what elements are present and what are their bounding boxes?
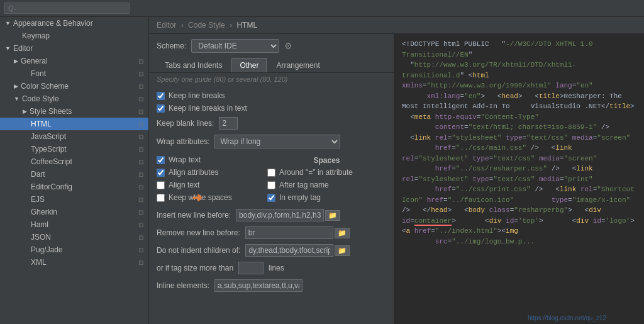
- right-checkbox-0: Around "=" in attribute: [267, 166, 386, 179]
- scheme-select[interactable]: Default IDE: [191, 39, 279, 53]
- sidebar-item-label: Dart: [31, 170, 45, 179]
- tag-size-row: or if tag size more than lines: [157, 259, 386, 277]
- sidebar-item-haml[interactable]: Haml⊡: [0, 218, 148, 231]
- tab-arrangement[interactable]: Arrangement: [268, 58, 328, 72]
- sidebar-item-icon: ⊡: [138, 108, 143, 115]
- sidebar-item-icon: ⊡: [138, 159, 143, 165]
- insert-newline-row: Insert new line before: 📁: [157, 206, 386, 224]
- sidebar-item-keymap[interactable]: Keymap: [0, 30, 148, 42]
- no-indent-input[interactable]: [245, 244, 333, 257]
- sidebar-item-javascript[interactable]: JavaScript⊡: [0, 130, 148, 143]
- triangle-icon: [23, 108, 27, 115]
- remove-newline-label: Remove new line before:: [157, 228, 240, 237]
- sidebar-item-label: Style Sheets: [30, 107, 72, 116]
- no-indent-browse[interactable]: 📁: [335, 245, 350, 256]
- sidebar-item-label: General: [21, 57, 48, 65]
- insert-newline-browse[interactable]: 📁: [325, 210, 340, 221]
- sidebar-item-icon: ⊡: [138, 234, 143, 241]
- sidebar-item-dart[interactable]: Dart⊡: [0, 168, 148, 181]
- tab-tabs-and-indents[interactable]: Tabs and Indents: [157, 58, 230, 72]
- blank-lines-row: Keep blank lines:: [157, 115, 386, 132]
- sidebar-item-html[interactable]: HTML⊡: [0, 118, 148, 130]
- right-checkbox-input-1[interactable]: [267, 181, 275, 189]
- insert-newline-input[interactable]: [236, 209, 324, 221]
- sidebar-item-general[interactable]: General⊡: [0, 55, 148, 67]
- remove-newline-input-group: 📁: [245, 226, 350, 239]
- sidebar-item-icon: ⊡: [138, 83, 143, 90]
- guide-hint: Specify one guide (80) or several (80, 1…: [149, 73, 394, 86]
- checkbox-label-1: Keep line breaks in text: [169, 104, 247, 113]
- tab-other[interactable]: Other: [231, 58, 267, 72]
- sidebar-item-editor[interactable]: Editor: [0, 42, 148, 55]
- sidebar-item-label: JavaScript: [31, 132, 66, 141]
- tag-size-input[interactable]: [238, 262, 264, 274]
- sidebar-item-xml[interactable]: XML⊡: [0, 256, 148, 269]
- tag-size-label: or if tag size more than: [157, 264, 233, 272]
- no-indent-input-group: 📁: [245, 244, 350, 257]
- sidebar-item-appearance[interactable]: Appearance & Behavior: [0, 17, 148, 30]
- right-checkbox-input-2[interactable]: [267, 194, 275, 202]
- sidebar-item-label: Appearance & Behavior: [13, 19, 93, 28]
- triangle-icon: [14, 83, 18, 89]
- search-input[interactable]: [4, 3, 130, 14]
- scheme-label: Scheme:: [157, 42, 186, 50]
- right-checkbox-label-2: In empty tag: [279, 193, 321, 202]
- sidebar-item-ejs[interactable]: EJS⊡: [0, 193, 148, 206]
- triangle-icon: [5, 45, 11, 52]
- remove-newline-browse[interactable]: 📁: [335, 228, 350, 238]
- sidebar-item-icon: ⊡: [138, 196, 143, 203]
- settings-panel: Scheme: Default IDE ⚙ Tabs and IndentsOt…: [149, 34, 394, 324]
- sidebar-item-stylesheets[interactable]: Style Sheets⊡: [0, 105, 148, 118]
- sidebar-item-font[interactable]: Font⊡: [0, 67, 148, 80]
- arrow-annotation: ➜: [192, 190, 203, 205]
- right-checkbox-label-1: After tag name: [279, 181, 329, 189]
- right-checkbox-2: ➜ In empty tag: [267, 191, 386, 204]
- wrap-attributes-row: Wrap attributes: Wrap if long Do not wra…: [157, 132, 386, 151]
- left-checkbox-input-0[interactable]: [157, 156, 165, 164]
- right-checkboxes: Spaces Around "=" in attribute After tag…: [267, 154, 386, 204]
- blank-lines-label: Keep blank lines:: [157, 119, 214, 128]
- inline-elements-input[interactable]: [214, 279, 303, 292]
- sidebar-item-icon: ⊡: [138, 209, 143, 216]
- watermark: https://blog.csdn.net/qu_z12: [528, 315, 606, 321]
- sidebar-item-icon: ⊡: [138, 121, 143, 128]
- inline-elements-row: Inline elements:: [157, 277, 386, 294]
- triangle-icon: [14, 58, 18, 64]
- sidebar-item-label: EditorConfig: [31, 182, 72, 191]
- sidebar-item-icon: ⊡: [138, 96, 143, 103]
- right-checkbox-input-0[interactable]: [267, 169, 275, 177]
- wrap-attributes-select[interactable]: Wrap if long Do not wrap Wrap always: [214, 135, 340, 148]
- sidebar-item-colorscheme[interactable]: Color Scheme⊡: [0, 80, 148, 92]
- breadcrumb-part-editor: Editor: [157, 21, 176, 30]
- sidebar-item-label: Haml: [31, 220, 48, 229]
- left-checkbox-input-3[interactable]: [157, 194, 165, 202]
- sidebar-item-codestyle[interactable]: Code Style⊡: [0, 92, 148, 105]
- blank-lines-input[interactable]: [219, 117, 238, 130]
- gear-button[interactable]: ⚙: [284, 41, 292, 51]
- left-checkbox-label-0: Wrap text: [169, 155, 201, 164]
- checkbox-input-0[interactable]: [157, 92, 165, 100]
- sidebar-item-json[interactable]: JSON⊡: [0, 231, 148, 243]
- two-col-checkboxes: Wrap text Align attributes Align text Ke…: [157, 151, 386, 206]
- scheme-row: Scheme: Default IDE ⚙: [149, 34, 394, 58]
- sidebar-item-pugjade[interactable]: Pug/Jade⊡: [0, 243, 148, 256]
- remove-newline-input[interactable]: [245, 226, 333, 239]
- checkbox-input-1[interactable]: [157, 104, 165, 113]
- sidebar-item-editorconfig[interactable]: EditorConfig⊡: [0, 181, 148, 193]
- sidebar-item-icon: ⊡: [138, 171, 143, 178]
- sidebar: Appearance & BehaviorKeymapEditorGeneral…: [0, 17, 149, 324]
- left-checkbox-0: Wrap text: [157, 154, 257, 166]
- preview-panel: <!DOCTYPE html PUBLIC "-//W3C//DTD XHTML…: [394, 34, 644, 324]
- sidebar-item-icon: ⊡: [138, 58, 143, 65]
- left-checkbox-input-1[interactable]: [157, 169, 165, 177]
- left-checkbox-input-2[interactable]: [157, 181, 165, 189]
- sidebar-item-gherkin[interactable]: Gherkin⊡: [0, 206, 148, 218]
- sidebar-item-coffeescript[interactable]: CoffeeScript⊡: [0, 155, 148, 168]
- spaces-label: Spaces: [267, 154, 386, 166]
- sidebar-item-typescript[interactable]: TypeScript⊡: [0, 143, 148, 155]
- sidebar-item-icon: ⊡: [138, 259, 143, 266]
- settings-body: Keep line breaks Keep line breaks in tex…: [149, 86, 394, 298]
- sidebar-item-label: TypeScript: [31, 145, 67, 154]
- sidebar-item-label: Editor: [13, 44, 33, 53]
- left-checkbox-label-1: Align attributes: [169, 168, 218, 177]
